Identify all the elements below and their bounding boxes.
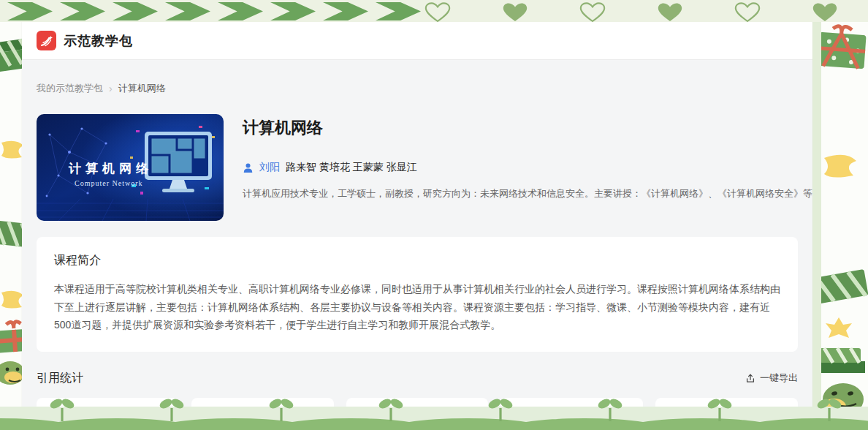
breadcrumb: 我的示范教学包 › 计算机网络	[37, 82, 798, 95]
primary-teacher-link[interactable]: 刘阳	[259, 161, 280, 174]
heart-outline-icon	[732, 1, 763, 23]
breadcrumb-current: 计算机网络	[118, 82, 166, 95]
chevron-icon	[7, 2, 53, 20]
person-icon	[243, 162, 254, 173]
stats-title: 引用统计	[37, 371, 83, 386]
chevron-icon	[323, 2, 368, 20]
app-title: 示范教学包	[64, 32, 133, 50]
sprout-hills-icon	[0, 395, 868, 430]
export-button[interactable]: 一键导出	[745, 371, 798, 385]
heart-filled-icon	[810, 1, 840, 23]
heart-outline-icon	[422, 1, 453, 23]
main-page: 示范教学包 我的示范教学包 › 计算机网络	[22, 22, 812, 410]
stats-header: 引用统计 一键导出	[37, 371, 798, 386]
instructor-bio: 计算机应用技术专业，工学硕士，副教授，研究方向为：未来网络技术和信息安全。主要讲…	[243, 187, 798, 200]
brand-home-link[interactable]: 示范教学包	[37, 31, 133, 50]
bottom-border-decoration	[0, 395, 868, 430]
left-border-art-icon	[0, 0, 25, 430]
chevron-pattern	[7, 2, 421, 20]
course-cover-image: 计算机网络 Computer Network	[37, 114, 224, 221]
heart-pattern	[422, 1, 840, 23]
page-canvas: 示范教学包 我的示范教学包 › 计算机网络	[0, 0, 868, 430]
chevron-icon	[165, 2, 210, 20]
right-border-decoration	[810, 0, 868, 430]
other-teachers: 路来智 黄培花 王蒙蒙 张显江	[286, 161, 417, 174]
course-header: 计算机网络 Computer Network 计算机网络 刘阳 路来智 黄培花 …	[37, 114, 798, 221]
cover-title-cn: 计算机网络	[68, 162, 153, 176]
cover-title-en: Computer Network	[75, 179, 143, 187]
heart-filled-icon	[500, 1, 530, 23]
chevron-icon	[113, 2, 158, 20]
breadcrumb-separator: ›	[109, 83, 113, 94]
intro-title: 课程简介	[54, 253, 780, 268]
left-border-decoration	[0, 0, 25, 430]
heart-filled-icon	[655, 1, 685, 23]
export-label: 一键导出	[760, 371, 798, 385]
top-border-decoration	[0, 0, 868, 22]
chevron-icon	[270, 2, 316, 20]
breadcrumb-root-link[interactable]: 我的示范教学包	[37, 82, 103, 95]
course-intro-card: 课程简介 本课程适用于高等院校计算机类相关专业、高职计算机网络专业必修课，同时也…	[37, 237, 798, 352]
app-header: 示范教学包	[22, 22, 812, 60]
course-title: 计算机网络	[243, 117, 798, 139]
chevron-icon	[376, 2, 421, 20]
heart-outline-icon	[577, 1, 608, 23]
chevron-icon	[218, 2, 263, 20]
course-info: 计算机网络 刘阳 路来智 黄培花 王蒙蒙 张显江 计算机应用技术专业，工学硕士，…	[243, 114, 798, 221]
chevron-icon	[60, 2, 105, 20]
instructor-row: 刘阳 路来智 黄培花 王蒙蒙 张显江	[243, 161, 798, 174]
export-icon	[745, 373, 755, 383]
chaoxing-logo-icon	[37, 31, 56, 50]
page-content: 我的示范教学包 › 计算机网络	[22, 82, 812, 410]
intro-body: 本课程适用于高等院校计算机类相关专业、高职计算机网络专业必修课，同时也适用于从事…	[54, 280, 780, 334]
